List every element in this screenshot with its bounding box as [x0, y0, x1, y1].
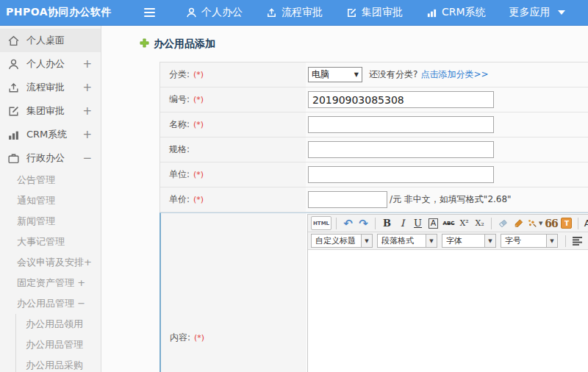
- plus-icon: [140, 37, 149, 51]
- price-value-cell: /元 非中文，如填写格式"2.68": [306, 187, 588, 212]
- topnav-crm[interactable]: CRM系统: [426, 6, 486, 19]
- topnav-label: 流程审批: [282, 6, 323, 19]
- sidebar-subsubitem-supplies-manage[interactable]: 办公用品管理: [16, 335, 101, 355]
- spec-input[interactable]: [308, 141, 494, 158]
- unit-label-cell: 单位: (*): [160, 162, 306, 187]
- subsubitem-label: 办公用品采购: [26, 359, 83, 372]
- eraser-icon[interactable]: [496, 216, 510, 230]
- name-value-cell: [306, 112, 588, 137]
- topnav-process-approval[interactable]: 流程审批: [266, 6, 323, 19]
- sidebar-item-label: CRM系统: [26, 128, 82, 141]
- field-label: 内容:: [170, 332, 190, 344]
- toolbar-separator: [578, 218, 578, 229]
- number-input[interactable]: [308, 91, 494, 108]
- edit-icon: [346, 7, 357, 18]
- topnav-personal-office[interactable]: 个人办公: [186, 6, 243, 19]
- sidebar-subitem-notice[interactable]: 通知管理: [0, 190, 101, 211]
- toolbar-separator: [375, 218, 376, 229]
- price-input[interactable]: [308, 191, 387, 208]
- font-color-button[interactable]: A ▼: [583, 216, 588, 230]
- spray-color-icon[interactable]: ▼: [527, 216, 542, 230]
- category-hint: 还没有分类?: [369, 68, 417, 81]
- bold-button[interactable]: B: [380, 216, 394, 230]
- topbar: PHPOA协同办公软件 个人办公 流程审批 集团审批 CRM系统: [0, 0, 588, 26]
- sidebar-subitem-meeting[interactable]: 会议申请及安排+: [0, 252, 101, 273]
- font-style-box-icon[interactable]: A: [429, 218, 439, 229]
- subscript-button[interactable]: X₂: [473, 216, 487, 230]
- form-row-category: 分类: (*) 电脑 ▼ 还没有分类? 点击添加分类>>: [159, 62, 588, 87]
- sidebar-item-personal-desktop[interactable]: 个人桌面: [0, 29, 101, 52]
- sidebar-item-label: 个人办公: [26, 57, 82, 71]
- align-left-icon[interactable]: [570, 234, 584, 248]
- select-caret-icon: ▼: [354, 71, 359, 78]
- form-row-price: 单价: (*) /元 非中文，如填写格式"2.68": [159, 187, 588, 212]
- blockquote-button[interactable]: 66: [544, 216, 558, 230]
- required-mark: (*): [193, 95, 204, 104]
- sidebar-subitem-announcement[interactable]: 公告管理: [0, 170, 101, 190]
- custom-heading-select[interactable]: 自定义标题 ▼: [311, 234, 373, 248]
- html-source-button[interactable]: HTML: [311, 216, 331, 230]
- topnav-group-approval[interactable]: 集团审批: [346, 6, 403, 19]
- number-label-cell: 编号: (*): [160, 87, 306, 112]
- sidebar-subitem-events[interactable]: 大事记管理: [0, 232, 101, 252]
- redo-icon[interactable]: ↷: [356, 216, 370, 230]
- add-category-link[interactable]: 点击添加分类>>: [420, 68, 488, 81]
- spec-label-cell: 规格:: [160, 137, 306, 162]
- sidebar-item-crm[interactable]: CRM系统 +: [0, 123, 101, 146]
- underline-button[interactable]: U: [411, 216, 425, 230]
- sidebar-item-label: 流程审批: [26, 81, 82, 94]
- field-label: 单位:: [169, 168, 190, 181]
- toolbar-separator: [565, 235, 566, 247]
- paste-as-text-icon[interactable]: T: [559, 216, 573, 230]
- hamburger-menu-icon[interactable]: [144, 8, 155, 17]
- sidebar-item-group-approval[interactable]: 集团审批 +: [0, 99, 101, 123]
- supplies-add-form: 分类: (*) 电脑 ▼ 还没有分类? 点击添加分类>> 编号: (*): [159, 62, 588, 372]
- subitem-label: 通知管理: [17, 194, 55, 207]
- expand-toggle[interactable]: +: [82, 128, 92, 141]
- sidebar-item-label: 行政办公: [26, 151, 82, 165]
- editor-toolbar-row1: HTML ↶ ↷ B I U A ABC X² X₂: [308, 215, 588, 232]
- sidebar-item-personal-office[interactable]: 个人办公 +: [0, 52, 101, 76]
- field-label: 规格:: [169, 143, 190, 156]
- content-label-cell: 内容: (*): [161, 213, 306, 372]
- topnav-label: 集团审批: [362, 6, 403, 19]
- superscript-button[interactable]: X²: [457, 216, 471, 230]
- top-navigation: 个人办公 流程审批 集团审批 CRM系统 更多应用: [186, 6, 565, 19]
- user-icon: [7, 58, 20, 71]
- expand-toggle[interactable]: +: [82, 104, 92, 118]
- field-label: 单价:: [169, 193, 190, 206]
- expand-toggle[interactable]: +: [82, 57, 92, 71]
- editor-content-area[interactable]: [308, 250, 588, 372]
- subitem-label: 会议申请及安排+: [17, 256, 92, 269]
- sidebar-subsubitem-supplies-claim[interactable]: 办公用品领用: [16, 314, 101, 335]
- price-label-cell: 单价: (*): [160, 187, 306, 212]
- flow-icon: [266, 7, 277, 18]
- expand-toggle[interactable]: +: [82, 81, 92, 94]
- unit-input[interactable]: [308, 166, 494, 183]
- sidebar-item-admin-office[interactable]: 行政办公 −: [0, 146, 101, 170]
- sidebar-subsubitem-supplies-purchase[interactable]: 办公用品采购: [16, 355, 101, 372]
- select-caret-icon: ▼: [546, 235, 557, 247]
- paragraph-format-select[interactable]: 段落格式 ▼: [377, 234, 437, 248]
- form-row-name: 名称: (*): [159, 112, 588, 137]
- undo-icon[interactable]: ↶: [341, 216, 355, 230]
- expand-toggle[interactable]: −: [82, 151, 92, 165]
- field-label: 名称:: [169, 118, 190, 131]
- caret-down-icon: [558, 10, 565, 15]
- sidebar-subitem-office-supplies[interactable]: 办公用品管理 −: [0, 293, 101, 314]
- font-family-select[interactable]: 字体 ▼: [442, 234, 496, 248]
- unit-value-cell: [306, 162, 588, 187]
- bar-chart-icon: [426, 7, 437, 18]
- sidebar-item-process-approval[interactable]: 流程审批 +: [0, 76, 101, 99]
- topnav-label: 更多应用: [509, 6, 551, 19]
- italic-button[interactable]: I: [395, 216, 409, 230]
- strikethrough-button[interactable]: ABC: [442, 216, 456, 230]
- content-value-cell: HTML ↶ ↷ B I U A ABC X² X₂: [306, 213, 588, 372]
- sidebar-subitem-fixed-assets[interactable]: 固定资产管理 +: [0, 273, 101, 293]
- name-input[interactable]: [308, 116, 494, 133]
- font-size-select[interactable]: 字号 ▼: [501, 234, 558, 248]
- sidebar-subitem-news[interactable]: 新闻管理: [0, 211, 101, 232]
- format-brush-icon[interactable]: [512, 216, 526, 230]
- category-select[interactable]: 电脑 ▼: [308, 67, 362, 82]
- topnav-more-apps[interactable]: 更多应用: [509, 6, 565, 19]
